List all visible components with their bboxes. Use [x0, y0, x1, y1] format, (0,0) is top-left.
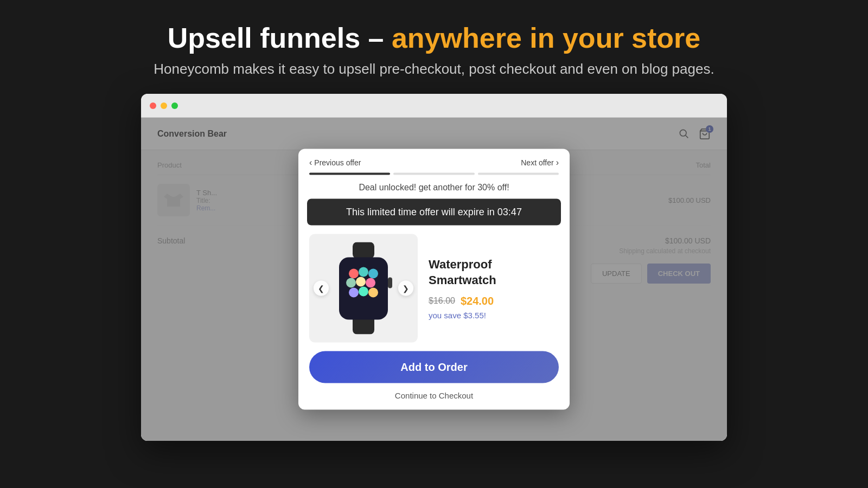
progress-bar [298, 173, 570, 183]
svg-point-7 [349, 269, 359, 279]
browser-window: Conversion Bear 1 [141, 94, 727, 441]
sale-price: $24.00 [461, 294, 494, 307]
deal-text: Deal unlocked! get another for 30% off! [298, 183, 570, 199]
svg-point-14 [359, 287, 368, 297]
svg-rect-16 [388, 278, 392, 288]
heading-part2: anywhere in your store [392, 22, 700, 54]
prev-offer-button[interactable]: ‹ Previous offer [309, 158, 361, 168]
heading-part1: Upsell funnels – [168, 22, 384, 54]
progress-step-2 [393, 173, 474, 175]
svg-point-11 [356, 277, 366, 287]
subtitle: Honeycomb makes it easy to upsell pre-ch… [11, 61, 857, 78]
svg-point-8 [359, 267, 368, 277]
header-section: Upsell funnels – anywhere in your store … [0, 0, 868, 88]
next-offer-label: Next offer [521, 158, 553, 167]
upsell-modal: ‹ Previous offer Next offer › Deal unloc… [298, 149, 570, 410]
product-image-carousel: ❮ ❯ [309, 234, 418, 343]
svg-point-15 [368, 288, 378, 298]
progress-step-1 [309, 173, 390, 175]
svg-point-13 [349, 288, 359, 298]
carousel-next-icon: ❯ [403, 284, 409, 293]
smartwatch-graphic [326, 242, 401, 335]
svg-point-12 [366, 278, 375, 288]
price-row: $16.00 $24.00 [429, 294, 559, 307]
original-price: $16.00 [429, 296, 455, 306]
dot-maximize [171, 102, 178, 109]
prev-offer-label: Previous offer [314, 158, 361, 167]
svg-point-9 [368, 269, 378, 279]
dot-close [150, 102, 156, 109]
carousel-prev-button[interactable]: ❮ [314, 281, 329, 296]
store-page: Conversion Bear 1 [141, 118, 727, 441]
product-info: Waterproof Smartwatch $16.00 $24.00 you … [429, 257, 559, 319]
timer-bar: This limited time offer will expire in 0… [307, 199, 561, 226]
svg-point-10 [346, 278, 356, 288]
savings-text: you save $3.55! [429, 310, 559, 319]
product-section: ❮ ❯ Waterproof Smartwatch $16.00 $24.00 … [298, 234, 570, 351]
product-name: Waterproof Smartwatch [429, 257, 559, 288]
add-to-order-button[interactable]: Add to Order [309, 351, 559, 383]
carousel-next-button[interactable]: ❯ [398, 281, 413, 296]
main-heading: Upsell funnels – anywhere in your store [11, 22, 857, 54]
svg-rect-3 [353, 242, 374, 259]
continue-to-checkout-link[interactable]: Continue to Checkout [298, 391, 570, 410]
carousel-prev-icon: ❮ [318, 284, 324, 293]
dot-minimize [161, 102, 167, 109]
progress-step-3 [478, 173, 559, 175]
next-offer-button[interactable]: Next offer › [521, 158, 559, 168]
browser-chrome [141, 94, 727, 118]
chevron-right-icon: › [556, 158, 559, 168]
modal-navigation: ‹ Previous offer Next offer › [298, 149, 570, 173]
chevron-left-icon: ‹ [309, 158, 312, 168]
